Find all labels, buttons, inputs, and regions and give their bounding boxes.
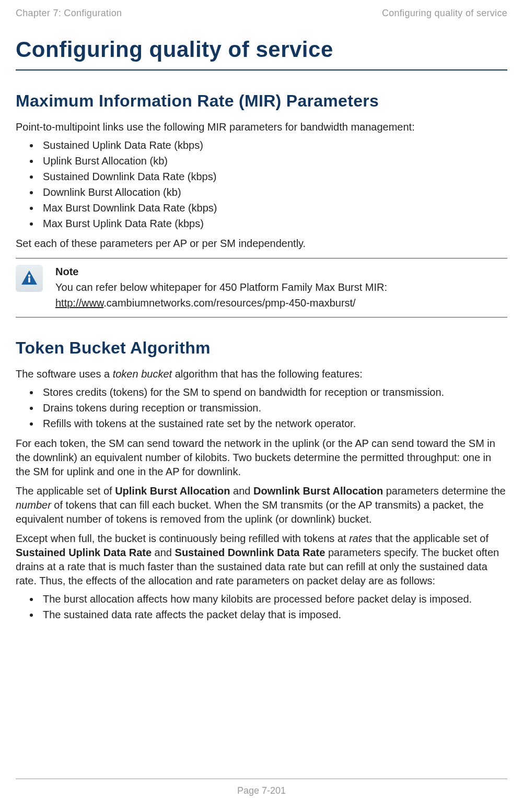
mir-closing: Set each of these parameters per AP or p… [16, 237, 507, 251]
list-item: Refills with tokens at the sustained rat… [40, 416, 507, 431]
svg-point-1 [28, 275, 30, 277]
note-line: You can refer below whitepaper for 450 P… [55, 279, 507, 295]
token-list: Stores credits (tokens) for the SM to sp… [16, 384, 507, 431]
svg-rect-2 [28, 277, 30, 283]
text-italic: rates [349, 533, 372, 544]
page: Chapter 7: Configuration Configuring qua… [0, 0, 523, 812]
note-block: Note You can refer below whitepaper for … [16, 258, 507, 317]
text: The software uses a [16, 368, 113, 380]
text-bold: Sustained Uplink Data Rate [16, 547, 152, 558]
text: parameters determine the [383, 485, 506, 497]
page-header: Chapter 7: Configuration Configuring qua… [16, 8, 507, 19]
header-left: Chapter 7: Configuration [16, 8, 122, 19]
list-item: Max Burst Downlink Data Rate (kbps) [40, 200, 507, 216]
section-mir-title: Maximum Information Rate (MIR) Parameter… [16, 91, 507, 111]
note-link-rest: .cambiumnetworks.com/resources/pmp-450-m… [103, 297, 355, 309]
token-para-each: For each token, the SM can send toward t… [16, 437, 507, 479]
token-effects-list: The burst allocation affects how many ki… [16, 591, 507, 622]
page-title: Configuring quality of service [16, 37, 507, 70]
list-item: Max Burst Uplink Data Rate (kbps) [40, 216, 507, 231]
list-item: Sustained Downlink Data Rate (kbps) [40, 169, 507, 184]
note-icon [16, 265, 43, 292]
list-item: Sustained Uplink Data Rate (kbps) [40, 137, 507, 153]
text: Except when full, the bucket is continuo… [16, 533, 349, 544]
note-link-underlined[interactable]: http://www [55, 297, 103, 309]
text: that the applicable set of [373, 533, 489, 544]
text-bold: Downlink Burst Allocation [253, 485, 383, 497]
note-label: Note [55, 264, 507, 279]
token-para-except: Except when full, the bucket is continuo… [16, 532, 507, 588]
text-bold: Uplink Burst Allocation [115, 485, 230, 497]
header-right: Configuring quality of service [382, 8, 507, 19]
list-item: Downlink Burst Allocation (kb) [40, 184, 507, 200]
mir-list: Sustained Uplink Data Rate (kbps) Uplink… [16, 137, 507, 231]
text: and [230, 485, 253, 497]
list-item: Stores credits (tokens) for the SM to sp… [40, 384, 507, 400]
text-italic: number [16, 499, 51, 511]
text-bold: Sustained Downlink Data Rate [175, 547, 326, 558]
list-item: Drains tokens during reception or transm… [40, 400, 507, 416]
note-content: Note You can refer below whitepaper for … [55, 264, 507, 311]
text: and [152, 547, 175, 558]
text: of tokens that can fill each bucket. Whe… [16, 499, 484, 525]
text: The applicable set of [16, 485, 115, 497]
text: algorithm that has the following feature… [172, 368, 363, 380]
list-item: The burst allocation affects how many ki… [40, 591, 507, 607]
token-para-applicable: The applicable set of Uplink Burst Alloc… [16, 484, 507, 526]
mir-intro: Point-to-multipoint links use the follow… [16, 120, 507, 134]
list-item: The sustained data rate affects the pack… [40, 607, 507, 622]
note-link[interactable]: http://www.cambiumnetworks.com/resources… [55, 295, 507, 311]
text-italic: token bucket [113, 368, 172, 380]
page-footer: Page 7-201 [16, 779, 507, 796]
list-item: Uplink Burst Allocation (kb) [40, 153, 507, 169]
token-intro: The software uses a token bucket algorit… [16, 367, 507, 381]
section-token-title: Token Bucket Algorithm [16, 338, 507, 358]
